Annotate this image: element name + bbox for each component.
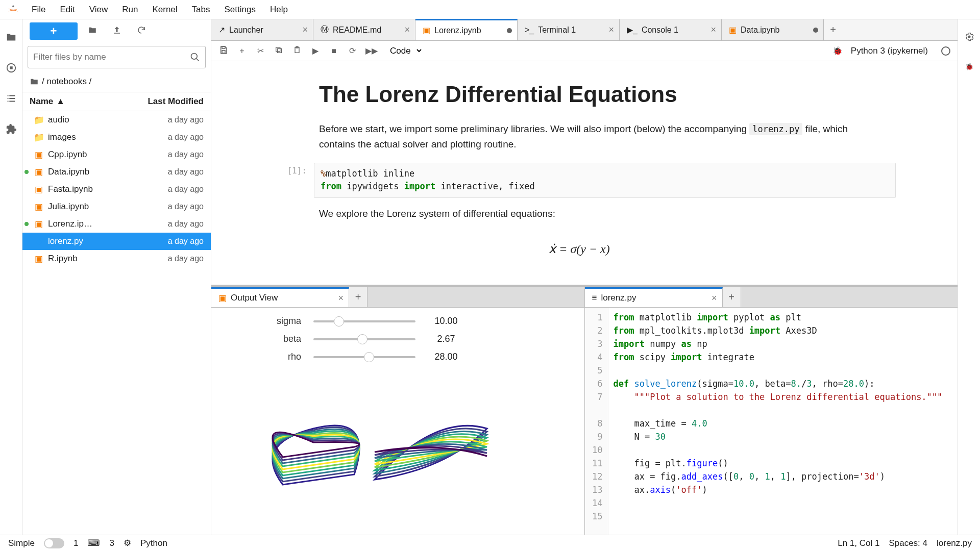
close-icon[interactable]: × xyxy=(608,24,614,35)
file-name: audio xyxy=(48,115,168,125)
running-icon[interactable] xyxy=(6,62,17,73)
tab-readme-md[interactable]: ⓂREADME.md× xyxy=(313,19,415,40)
file-row[interactable]: ▣Fasta.ipynba day ago xyxy=(22,181,211,198)
file-row[interactable]: ▣Lorenz.ip…a day ago xyxy=(22,215,211,233)
add-tab-button[interactable]: + xyxy=(723,287,741,307)
add-cell-icon[interactable]: + xyxy=(237,46,247,56)
file-filter-input[interactable] xyxy=(33,52,190,62)
file-name: lorenz.py xyxy=(48,236,168,246)
toc-icon[interactable] xyxy=(6,93,17,104)
property-inspector-icon[interactable] xyxy=(964,32,974,43)
tab-output-view[interactable]: ▣ Output View × xyxy=(211,287,349,307)
tab-launcher[interactable]: ↗Launcher× xyxy=(211,19,313,40)
restart-icon[interactable]: ⟳ xyxy=(347,46,357,56)
menu-kernel[interactable]: Kernel xyxy=(145,2,184,17)
new-folder-button[interactable] xyxy=(83,22,102,40)
menu-settings[interactable]: Settings xyxy=(217,2,263,17)
tab-label: lorenz.py xyxy=(601,293,636,303)
terminals-count[interactable]: 1 xyxy=(74,538,78,548)
file-row[interactable]: ▣Data.ipynba day ago xyxy=(22,163,211,181)
notebook-title: The Lorenz Differential Equations xyxy=(319,82,896,107)
file-list-header: Name ▲ Last Modified xyxy=(22,92,211,111)
slider-value: 10.00 xyxy=(415,316,477,327)
kernel-name[interactable]: Python 3 (ipykernel) xyxy=(851,46,928,56)
editor-body[interactable]: 123456789101112131415 from matplotlib im… xyxy=(585,308,958,535)
cell-type-select[interactable]: Code xyxy=(384,43,423,58)
cut-icon[interactable]: ✂ xyxy=(255,46,265,56)
slider-input[interactable] xyxy=(313,356,415,358)
col-name-label[interactable]: Name xyxy=(30,96,53,107)
add-tab-button[interactable]: + xyxy=(349,287,368,307)
col-modified-label[interactable]: Last Modified xyxy=(148,96,204,107)
simple-mode-toggle[interactable] xyxy=(44,538,64,548)
debugger-icon[interactable]: 🐞 xyxy=(965,63,973,70)
close-icon[interactable]: × xyxy=(710,24,716,35)
copy-icon[interactable] xyxy=(274,46,284,56)
sort-asc-icon: ▲ xyxy=(56,96,65,107)
paste-icon[interactable] xyxy=(292,46,302,56)
file-row[interactable]: ▣R.ipynba day ago xyxy=(22,250,211,267)
run-all-icon[interactable]: ▶▶ xyxy=(365,46,376,56)
code-cell[interactable]: [1]: %matplotlib inline from ipywidgets … xyxy=(263,163,896,198)
file-filter[interactable] xyxy=(28,46,206,68)
menu-run[interactable]: Run xyxy=(115,2,145,17)
kernel-status-icon[interactable] xyxy=(941,46,950,56)
slider-input[interactable] xyxy=(313,338,415,340)
file-row[interactable]: ▣Julia.ipynba day ago xyxy=(22,198,211,215)
file-row[interactable]: ◆lorenz.pya day ago xyxy=(22,233,211,250)
menu-edit[interactable]: Edit xyxy=(53,2,82,17)
slider-label: sigma xyxy=(222,316,313,327)
menubar: FileEditViewRunKernelTabsSettingsHelp xyxy=(0,0,980,19)
file-row[interactable]: 📁audioa day ago xyxy=(22,111,211,129)
debug-icon[interactable]: 🐞 xyxy=(832,46,843,56)
tab-data-ipynb[interactable]: ▣Data.ipynb xyxy=(722,19,824,40)
current-file: lorenz.py xyxy=(937,538,972,548)
tab-editor-file[interactable]: ≡ lorenz.py × xyxy=(585,287,723,307)
tab-console-1[interactable]: ▶_Console 1× xyxy=(620,19,722,40)
svg-rect-2 xyxy=(10,66,13,69)
new-launcher-button[interactable]: + xyxy=(30,22,78,40)
file-time: a day ago xyxy=(168,219,204,229)
save-icon[interactable] xyxy=(218,45,229,57)
menu-help[interactable]: Help xyxy=(263,2,295,17)
indent-status[interactable]: Spaces: 4 xyxy=(889,538,927,548)
file-name: R.ipynb xyxy=(48,254,168,264)
tab-label: README.md xyxy=(333,26,381,35)
equation: ẋ = σ(y − x) xyxy=(263,242,896,256)
kernel-icon: ⚙ xyxy=(124,538,131,548)
cell-code[interactable]: %matplotlib inline from ipywidgets impor… xyxy=(314,163,896,198)
lorenz-plot xyxy=(222,383,574,496)
menu-file[interactable]: File xyxy=(24,2,53,17)
slider-input[interactable] xyxy=(313,320,415,322)
close-icon[interactable]: × xyxy=(302,24,308,35)
tab-lorenz-ipynb[interactable]: ▣Lorenz.ipynb xyxy=(415,19,518,40)
folder-icon[interactable] xyxy=(6,32,17,43)
extensions-icon[interactable] xyxy=(6,123,17,135)
terminal-icon: ⌨ xyxy=(87,538,100,548)
tab-label: Lorenz.ipynb xyxy=(434,26,481,35)
tab-terminal-1[interactable]: >_Terminal 1× xyxy=(518,19,620,40)
upload-button[interactable] xyxy=(107,22,127,40)
menu-tabs[interactable]: Tabs xyxy=(185,2,217,17)
file-row[interactable]: 📁imagesa day ago xyxy=(22,129,211,146)
cursor-position[interactable]: Ln 1, Col 1 xyxy=(838,538,879,548)
file-row[interactable]: ▣Cpp.ipynba day ago xyxy=(22,146,211,163)
language-mode[interactable]: Python xyxy=(140,538,167,548)
menu-view[interactable]: View xyxy=(82,2,115,17)
stop-icon[interactable]: ■ xyxy=(329,46,339,56)
close-icon[interactable]: × xyxy=(338,293,344,304)
right-sidebar: 🐞 xyxy=(958,19,980,535)
file-time: a day ago xyxy=(168,237,204,246)
close-icon[interactable]: × xyxy=(404,24,410,35)
add-tab-button[interactable]: + xyxy=(824,19,842,40)
tab-label: Launcher xyxy=(229,26,263,35)
notebook-icon: ▣ xyxy=(218,293,227,304)
kernels-count[interactable]: 3 xyxy=(109,538,114,548)
refresh-button[interactable] xyxy=(132,22,151,40)
file-name: Lorenz.ip… xyxy=(48,219,168,229)
slider-label: beta xyxy=(222,334,313,344)
breadcrumb[interactable]: / notebooks / xyxy=(22,73,211,92)
file-time: a day ago xyxy=(168,115,204,124)
close-icon[interactable]: × xyxy=(712,293,717,304)
run-icon[interactable]: ▶ xyxy=(310,46,321,56)
